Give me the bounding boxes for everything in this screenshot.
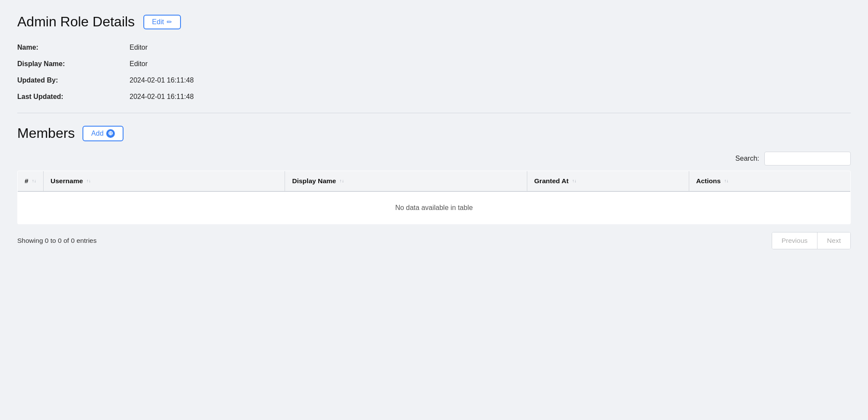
members-title: Members [17, 125, 75, 141]
col-granted-at-label: Granted At [534, 177, 569, 185]
search-input[interactable] [764, 152, 851, 165]
members-header: Members Add ⊕ [17, 125, 851, 141]
entries-info: Showing 0 to 0 of 0 entries [17, 237, 97, 245]
col-granted-at[interactable]: Granted At ↑↓ [527, 171, 689, 192]
detail-row-display-name: Display Name: Editor [17, 60, 851, 68]
col-hash-label: # [25, 177, 29, 185]
last-updated-value: 2024-02-01 16:11:48 [130, 93, 194, 101]
add-button-label: Add [91, 130, 103, 137]
col-display-name[interactable]: Display Name ↑↓ [285, 171, 527, 192]
sort-icon-actions: ↑↓ [724, 179, 729, 183]
table-header: # ↑↓ Username ↑↓ Display Name ↑↓ [18, 171, 851, 192]
edit-button-label: Edit [152, 18, 164, 26]
search-bar: Search: [17, 152, 851, 165]
col-actions[interactable]: Actions ↑↓ [689, 171, 851, 192]
empty-message: No data available in table [18, 191, 851, 224]
next-label: Next [827, 237, 841, 244]
edit-icon: ✏ [167, 18, 172, 26]
name-value: Editor [130, 44, 148, 51]
details-section: Name: Editor Display Name: Editor Update… [17, 44, 851, 101]
page-header: Admin Role Details Edit ✏ [17, 14, 851, 30]
sort-icon-username: ↑↓ [86, 179, 91, 183]
add-member-button[interactable]: Add ⊕ [82, 126, 123, 141]
search-label: Search: [735, 155, 759, 162]
col-actions-label: Actions [696, 177, 721, 185]
previous-label: Previous [782, 237, 808, 244]
pagination: Previous Next [772, 232, 851, 249]
sort-icon-hash: ↑↓ [32, 179, 36, 183]
members-table: # ↑↓ Username ↑↓ Display Name ↑↓ [17, 171, 851, 224]
table-footer: Showing 0 to 0 of 0 entries Previous Nex… [17, 232, 851, 249]
sort-icon-grantedat: ↑↓ [572, 179, 577, 183]
detail-row-last-updated: Last Updated: 2024-02-01 16:11:48 [17, 93, 851, 101]
detail-row-updated-by: Updated By: 2024-02-01 16:11:48 [17, 76, 851, 84]
display-name-value: Editor [130, 60, 148, 68]
col-hash[interactable]: # ↑↓ [18, 171, 44, 192]
previous-button[interactable]: Previous [772, 232, 817, 249]
section-divider [17, 113, 851, 113]
col-display-name-label: Display Name [292, 177, 336, 185]
last-updated-label: Last Updated: [17, 93, 130, 101]
page-title: Admin Role Details [17, 14, 135, 30]
add-icon: ⊕ [106, 129, 115, 138]
members-section: Members Add ⊕ Search: # ↑↓ Username [17, 125, 851, 249]
table-empty-row: No data available in table [18, 191, 851, 224]
edit-button[interactable]: Edit ✏ [143, 15, 181, 29]
table-body: No data available in table [18, 191, 851, 224]
sort-icon-displayname: ↑↓ [339, 179, 344, 183]
next-button[interactable]: Next [817, 232, 850, 249]
name-label: Name: [17, 44, 130, 51]
detail-row-name: Name: Editor [17, 44, 851, 51]
updated-by-value: 2024-02-01 16:11:48 [130, 76, 194, 84]
display-name-label: Display Name: [17, 60, 130, 68]
updated-by-label: Updated By: [17, 76, 130, 84]
col-username-label: Username [51, 177, 83, 185]
col-username[interactable]: Username ↑↓ [44, 171, 285, 192]
